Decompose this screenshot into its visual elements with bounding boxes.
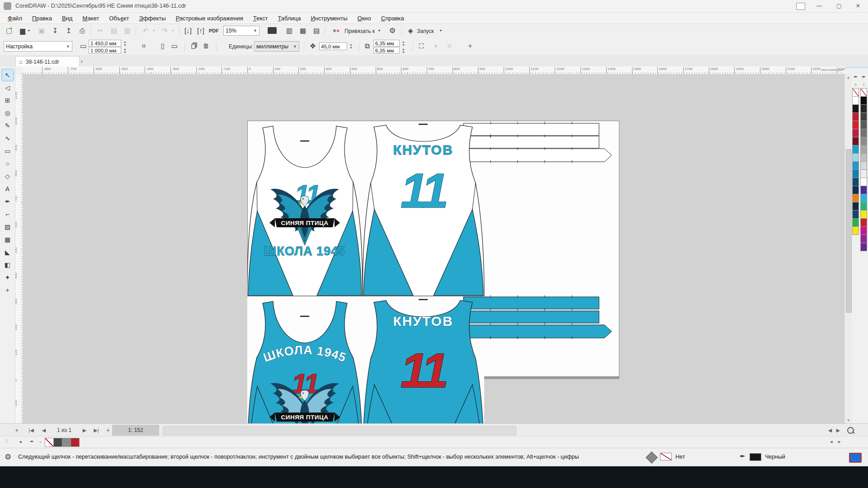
- scale-icon[interactable]: ⌗: [138, 41, 149, 52]
- close-button[interactable]: ✕: [848, 0, 868, 12]
- outline-pen-icon[interactable]: ✒: [740, 452, 745, 460]
- zoom-tool[interactable]: ◎: [2, 107, 14, 119]
- add-page-button[interactable]: +: [104, 426, 112, 435]
- menu-item[interactable]: Таблица: [273, 14, 306, 23]
- drop-shadow-tool[interactable]: ▨: [2, 221, 14, 233]
- smart-fill-tool[interactable]: ✦: [2, 272, 14, 283]
- color-swatch[interactable]: [860, 104, 867, 113]
- color-swatch[interactable]: [852, 145, 859, 154]
- palette-drag-handle[interactable]: ⠿: [5, 439, 9, 445]
- publish-pdf-icon[interactable]: PDF: [207, 25, 221, 36]
- palette-scroll-up-icon[interactable]: ∧: [852, 82, 859, 89]
- color-swatch[interactable]: [860, 186, 867, 194]
- pick-tool[interactable]: ↖: [2, 69, 14, 81]
- preset-combobox[interactable]: Настройка▼: [4, 41, 72, 52]
- launch-icon[interactable]: ◈: [405, 25, 416, 36]
- undo-icon[interactable]: ↶: [140, 25, 151, 36]
- horizontal-ruler[interactable]: -800-700-600-500-400-300-200-10001002003…: [23, 66, 845, 75]
- menu-item[interactable]: Справка: [376, 14, 409, 23]
- back-number[interactable]: 11: [401, 163, 446, 218]
- menu-item[interactable]: Текст: [248, 14, 273, 23]
- import-icon[interactable]: [↓]: [183, 25, 193, 36]
- scroll-up-arrow[interactable]: ▲: [845, 74, 852, 81]
- treat-as-filled-icon[interactable]: ⛶: [416, 41, 427, 52]
- color-swatch[interactable]: [852, 161, 859, 170]
- color-swatch[interactable]: [852, 226, 859, 235]
- cloud-upload-icon[interactable]: ↥: [63, 25, 74, 36]
- export-icon[interactable]: [↑]: [195, 25, 206, 36]
- text-tool[interactable]: A: [2, 183, 14, 195]
- add-control-icon[interactable]: +: [465, 41, 476, 52]
- page-height-field[interactable]: 1 000,0 мм: [89, 47, 121, 54]
- color-swatch[interactable]: [852, 218, 859, 227]
- current-page-icon[interactable]: 🗍: [189, 41, 200, 52]
- scroll-right-arrow[interactable]: ▶: [835, 426, 842, 435]
- color-swatch[interactable]: [860, 202, 867, 211]
- color-swatch[interactable]: [852, 210, 859, 219]
- palette-scroll-left-icon[interactable]: ◂: [830, 439, 833, 445]
- freehand-tool[interactable]: ✎: [2, 120, 14, 131]
- menu-item[interactable]: Растровые изображения: [171, 14, 248, 23]
- duplicate-y-field[interactable]: 6,35 мм: [373, 47, 400, 54]
- color-swatch[interactable]: [860, 145, 867, 154]
- fullscreen-preview-icon[interactable]: [268, 27, 277, 34]
- page-tab[interactable]: 1: 152: [112, 425, 159, 436]
- color-swatch[interactable]: [852, 194, 859, 202]
- back-number-red[interactable]: 11: [401, 343, 446, 398]
- show-grid-icon[interactable]: ▦: [297, 25, 308, 36]
- rectangle-tool[interactable]: ▭: [2, 145, 14, 157]
- new-document-icon[interactable]: ▢+: [4, 25, 14, 36]
- color-swatch[interactable]: [852, 121, 859, 129]
- cloud-download-icon[interactable]: ↧: [50, 25, 61, 36]
- eyedropper-icon[interactable]: ✒: [860, 74, 868, 82]
- minimize-button[interactable]: —: [809, 0, 829, 12]
- color-swatch[interactable]: [860, 161, 867, 170]
- maximize-button[interactable]: ▢: [829, 0, 849, 12]
- nudge-distance-field[interactable]: 45,0 мм: [319, 42, 347, 50]
- cut-icon[interactable]: ✂: [95, 25, 106, 36]
- scroll-left-arrow[interactable]: ◀: [826, 426, 834, 435]
- add-page-button[interactable]: +: [13, 426, 21, 435]
- color-swatch[interactable]: [852, 88, 859, 97]
- page-height-spinner[interactable]: ▲▼: [122, 47, 128, 54]
- collar-strips-teal[interactable]: [456, 295, 612, 339]
- color-swatch[interactable]: [852, 186, 859, 194]
- menu-item[interactable]: Эффекты: [134, 14, 171, 23]
- status-gear-icon[interactable]: ⚙: [5, 452, 11, 462]
- zoom-magnifier-icon[interactable]: [847, 427, 854, 434]
- portrait-orientation-icon[interactable]: ▯: [157, 41, 168, 52]
- show-guidelines-icon[interactable]: ▤: [311, 25, 322, 36]
- color-swatch[interactable]: [860, 129, 867, 137]
- fill-indicator-icon[interactable]: [646, 451, 658, 464]
- duplicate-x-spinner[interactable]: ▲▼: [401, 40, 406, 47]
- launch-label[interactable]: Запуск: [417, 28, 434, 34]
- shape-tool[interactable]: ◁: [2, 82, 14, 94]
- page-width-field[interactable]: 1 450,0 мм: [89, 40, 121, 47]
- duplicate-x-field[interactable]: 6,35 мм: [373, 40, 400, 47]
- snap-options-icon-2[interactable]: ⌑: [444, 41, 455, 52]
- palette-scroll-left-icon[interactable]: ◂: [39, 439, 42, 445]
- color-swatch[interactable]: [852, 178, 859, 186]
- ellipse-tool[interactable]: ○: [2, 158, 14, 169]
- color-swatch[interactable]: [860, 96, 867, 105]
- options-gear-icon[interactable]: ⚙: [387, 25, 398, 36]
- add-tools[interactable]: +: [2, 284, 14, 296]
- pen-tool[interactable]: ✒: [2, 196, 14, 207]
- artistic-media-tool[interactable]: ∿: [2, 132, 14, 144]
- last-page-button[interactable]: ▶|: [91, 426, 101, 435]
- crop-tool[interactable]: ⊞: [2, 94, 14, 106]
- player-name-text[interactable]: КНУТОВ: [393, 142, 453, 157]
- connector-tool[interactable]: ⌐: [2, 208, 14, 220]
- proof-colors-monitor-icon[interactable]: [849, 453, 862, 463]
- paste-icon[interactable]: ▥: [122, 25, 133, 36]
- color-swatch[interactable]: [860, 137, 867, 145]
- color-swatch[interactable]: [860, 169, 867, 178]
- horizontal-scrollbar-thumb[interactable]: [163, 426, 516, 435]
- nudge-spinner[interactable]: ▲▼: [348, 43, 354, 49]
- snap-options-icon-1[interactable]: ⌖: [430, 41, 441, 52]
- eyedropper-icon[interactable]: ✒: [852, 74, 859, 82]
- previous-page-button[interactable]: ◀: [40, 426, 48, 435]
- color-swatch[interactable]: [860, 210, 867, 219]
- vertical-scrollbar[interactable]: ▲ ▼: [844, 74, 852, 424]
- color-swatch[interactable]: [860, 113, 867, 121]
